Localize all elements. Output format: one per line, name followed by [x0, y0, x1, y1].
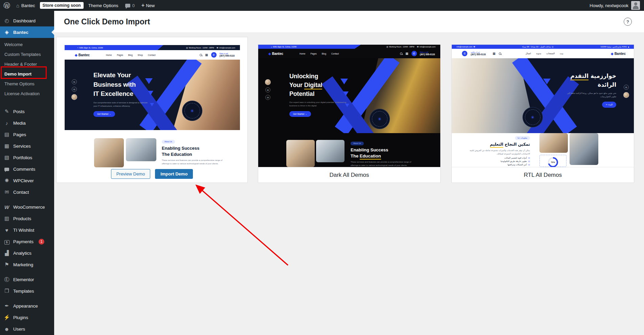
admin-bar-theme-options[interactable]: Theme Options — [85, 0, 122, 11]
bullet-icon: ◎ — [528, 156, 530, 159]
mini-topbar: ● 6391 Elgin St, Celina, 10299 ◷Working … — [258, 45, 440, 49]
folder-icon: ❐ — [3, 288, 10, 294]
sidebar-item-label: Payments — [13, 239, 34, 244]
demo-card-dark[interactable]: ● 6391 Elgin St, Celina, 10299 ◷Working … — [258, 44, 441, 183]
menu-separator — [0, 297, 54, 300]
sidebar-item-label: Media — [13, 121, 26, 126]
sidebar-item-label: Users — [13, 327, 25, 332]
about-photo — [94, 138, 124, 167]
about-photo — [570, 133, 598, 165]
sidebar-item-appearance[interactable]: ✒ Appearance — [0, 300, 54, 312]
about-us-badge: معلومات عنا — [515, 136, 530, 140]
payments-icon: $ — [3, 238, 10, 245]
hero-subtext: نحن نؤمن بدفع حدود ما هو ممكن، روحنا الر… — [562, 91, 616, 98]
slide-number: 01 — [72, 79, 77, 84]
page-title: One Click Demo Import — [64, 11, 150, 33]
slide-number: 02 — [265, 87, 270, 92]
sidebar-item-ti-wishlist[interactable]: ♥ TI Wishlist — [0, 224, 54, 236]
admin-sidebar: ◴ Dashboard ◈ Bantec Welcome Custom Temp… — [0, 11, 54, 335]
mini-email: info@example.com — [219, 47, 235, 49]
sidebar-item-label: TI Wishlist — [13, 228, 34, 233]
mini-topbar: ● 6391 Elgin St, Celina, 10299 ◷Working … — [65, 45, 240, 50]
store-coming-soon-badge[interactable]: Store coming soon — [40, 2, 84, 9]
progress-donut: 70% — [548, 157, 558, 167]
sidebar-item-label: Comments — [13, 167, 35, 172]
import-demo-button[interactable]: Import Demo — [155, 169, 193, 179]
slide-number: 01 — [624, 85, 629, 90]
mini-address: 6391 شارع إلجين، سيلينا 10299 — [600, 46, 627, 48]
sidebar-item-wpclever[interactable]: ✺ WPClever — [0, 175, 54, 186]
mini-about-section: About Us Enabling Success The Education … — [258, 133, 440, 167]
demo-card-main: ● 6391 Elgin St, Celina, 10299 ◷Working … — [56, 37, 248, 183]
payments-notification-badge: 1 — [39, 239, 44, 245]
menu-separator — [0, 102, 54, 106]
sidebar-item-templates[interactable]: ❐ Templates — [0, 285, 54, 297]
mini-menu-item: Contact — [331, 53, 339, 55]
services-icon: ▦ — [3, 143, 10, 149]
sidebar-item-dashboard[interactable]: ◴ Dashboard — [0, 15, 54, 26]
submenu-item-theme-options[interactable]: Theme Options — [0, 79, 54, 89]
get-started-button: Get Started → — [93, 111, 115, 117]
submenu-item-welcome[interactable]: Welcome — [0, 40, 54, 49]
new-label: New — [146, 3, 155, 8]
slider-rail: 01 02 — [71, 79, 77, 100]
sidebar-item-plugins[interactable]: ⚡ Plugins — [0, 312, 54, 323]
submenu-item-custom-templates[interactable]: Custom Templates — [0, 49, 54, 59]
pushpin-icon: ✎ — [3, 108, 10, 114]
admin-bar-new[interactable]: + New — [138, 0, 158, 11]
comments-icon — [3, 166, 10, 172]
comment-count: 0 — [132, 3, 135, 8]
submenu-item-license-activation[interactable]: License Activation — [0, 89, 54, 99]
sidebar-item-label: Portfolios — [13, 155, 32, 160]
pin-icon: ● — [628, 46, 629, 48]
about-photo — [286, 140, 315, 167]
help-icon[interactable]: ? — [624, 18, 632, 26]
howdy-user[interactable]: Howdy, nextwpcook — [590, 3, 628, 8]
demo-card-label: Dark All Demos — [258, 167, 440, 183]
grid-icon: ▦ — [205, 53, 208, 57]
home-icon: ⌂ — [16, 3, 19, 8]
mini-address: 6391 Elgin St, Celina, 10299 — [79, 47, 103, 49]
wordpress-logo-icon[interactable]: Ⓦ — [0, 1, 13, 10]
sidebar-item-woocommerce[interactable]: W WooCommerce — [0, 201, 54, 213]
sidebar-item-comments[interactable]: Comments — [0, 163, 54, 175]
preview-demo-button[interactable]: Preview Demo — [111, 169, 151, 179]
submenu-item-demo-import[interactable]: Demo Import — [0, 69, 54, 79]
mini-navbar: ✆ إجراء مكالمة (307) 555-0133 ▦ بيت الصف… — [452, 49, 634, 58]
sidebar-item-users[interactable]: ☻ Users — [0, 323, 54, 335]
mini-logo: ◈ Bantec — [75, 53, 90, 57]
mini-menu-item: Home — [106, 54, 112, 56]
sidebar-item-portfolios[interactable]: ▧ Portfolios — [0, 152, 54, 163]
submenu-item-header-footer[interactable]: Header & Footer — [0, 59, 54, 69]
admin-bar-site-link[interactable]: ⌂ Bantec — [13, 0, 39, 11]
bantec-diamond-icon: ◈ — [75, 53, 77, 57]
sidebar-item-payments[interactable]: $ Payments 1 — [0, 236, 54, 247]
pages-icon: ▤ — [3, 131, 10, 138]
sidebar-item-elementor[interactable]: Ⓔ Elementor — [0, 274, 54, 285]
sidebar-item-label: WooCommerce — [13, 205, 45, 210]
lightbulb-icon: ✺ — [3, 177, 10, 184]
sidebar-item-products[interactable]: ▥ Products — [0, 213, 54, 224]
user-avatar[interactable] — [631, 1, 640, 10]
sidebar-item-bantec[interactable]: ◈ Bantec — [0, 26, 54, 38]
paintbrush-icon: ✒ — [3, 303, 10, 309]
sidebar-item-pages[interactable]: ▤ Pages — [0, 129, 54, 140]
about-photo — [539, 133, 568, 153]
sidebar-item-services[interactable]: ▦ Services — [0, 140, 54, 152]
mini-about-section: 70% معلومات عنا تمكين النجاح التعليم يمك… — [452, 133, 634, 167]
plus-icon: + — [141, 2, 145, 8]
hero-heading: خوارزمية التقدم الرائدة — [549, 72, 616, 89]
sidebar-item-contact[interactable]: ✉ Contact — [0, 186, 54, 198]
bantec-theme-icon: ◈ — [3, 29, 10, 35]
sidebar-item-posts[interactable]: ✎ Posts — [0, 106, 54, 117]
mini-hero: 01 02 Elevate Your Business with IT Exce… — [65, 60, 240, 130]
demo-card-rtl[interactable]: info@example.com ✉ ◷ ساعات العمل : 10 صب… — [451, 44, 634, 183]
mini-menu-item: Pages — [117, 54, 124, 56]
admin-bar-comments[interactable]: 0 — [122, 0, 138, 11]
sidebar-item-marketing[interactable]: ⚑ Marketing — [0, 259, 54, 270]
envelope-icon: ✉ — [3, 189, 10, 195]
plugin-icon: ⚡ — [3, 314, 10, 320]
mini-logo: ◈ Bantec — [268, 52, 283, 56]
sidebar-item-analytics[interactable]: ▟ Analytics — [0, 247, 54, 259]
sidebar-item-media[interactable]: ♪ Media — [0, 117, 54, 129]
